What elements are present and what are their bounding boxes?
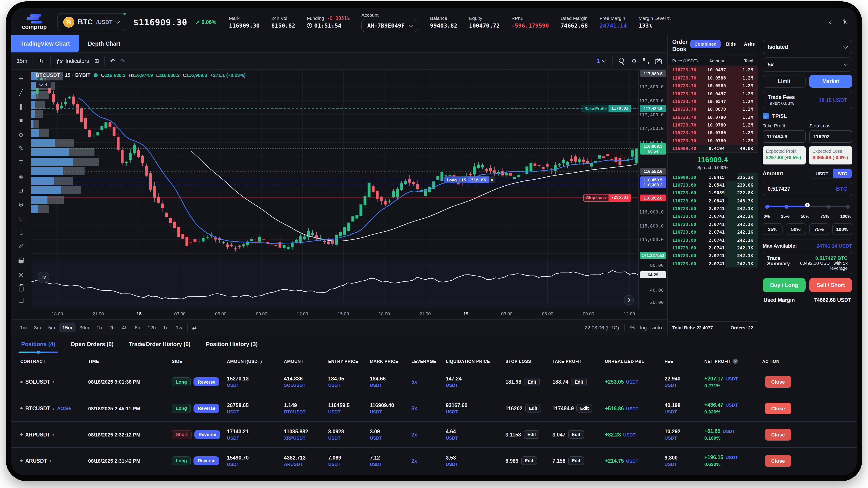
edit-stop-loss-button[interactable]: Edit xyxy=(524,430,539,439)
take-profit-input[interactable]: 117484.9 xyxy=(763,130,806,143)
timeframe-30m[interactable]: 30m xyxy=(76,323,92,332)
orderbook-ask-row[interactable]: 116723.7010.07801.2M xyxy=(668,129,758,137)
tab-positions[interactable]: Positions (4) xyxy=(21,335,55,353)
buy-long-button[interactable]: Buy / Long xyxy=(763,278,806,292)
legend-collapse-button[interactable]: 4 xyxy=(36,80,51,88)
percent-button-25%[interactable]: 25% xyxy=(763,223,783,235)
contract-cell[interactable]: BTCUSDT›Active xyxy=(20,405,88,411)
trash-icon[interactable] xyxy=(15,283,27,293)
goto-realtime-button[interactable] xyxy=(624,295,634,305)
camera-icon[interactable] xyxy=(655,59,662,64)
orderbook-bid-row[interactable]: 116723.602.0741242.1K xyxy=(668,205,758,213)
close-button[interactable]: Close xyxy=(765,376,791,388)
orderbook-ask-row[interactable]: 116723.7010.08701.2M xyxy=(668,105,758,113)
limit-button[interactable]: Limit xyxy=(763,75,806,88)
orderbook-bid-row[interactable]: 116723.602.0741242.1K xyxy=(668,236,758,244)
contract-cell[interactable]: XRPUSDT› xyxy=(20,432,88,437)
tab-trade/order[interactable]: Trade/Order History (6) xyxy=(129,335,190,353)
layout-select[interactable]: 1 xyxy=(597,58,606,64)
close-button[interactable]: Close xyxy=(765,455,791,466)
orderbook-ask-row[interactable]: 116723.7010.07801.2M xyxy=(668,113,758,121)
edit-take-profit-button[interactable]: Edit xyxy=(571,378,587,386)
timeframe-12h[interactable]: 12h xyxy=(145,323,159,332)
timeframe-1w[interactable]: 1w xyxy=(173,323,185,332)
text-icon[interactable]: T xyxy=(15,157,27,167)
timeframe-3m[interactable]: 3m xyxy=(31,323,44,332)
crosshair-icon[interactable]: ✛ xyxy=(15,73,27,83)
close-button[interactable]: Close xyxy=(765,429,791,440)
measure-icon[interactable]: ⊿ xyxy=(15,185,27,195)
edit-icon[interactable]: ✐ xyxy=(15,241,27,251)
amount-slider[interactable] xyxy=(765,203,849,209)
magnet-icon[interactable]: ∪ xyxy=(15,213,27,223)
order-book-tab-asks[interactable]: Asks xyxy=(741,40,757,48)
orderbook-bid-row[interactable]: 116723.602.0541239.8K xyxy=(668,181,758,189)
log-scale-button[interactable]: log xyxy=(640,325,647,330)
contract-cell[interactable]: ARUSDT› xyxy=(20,458,88,463)
tab-open[interactable]: Open Orders (0) xyxy=(70,335,114,353)
tab-position[interactable]: Position History (3) xyxy=(206,335,258,353)
timeframe-15m[interactable]: 15m xyxy=(59,323,75,332)
fullscreen-icon[interactable] xyxy=(643,58,649,64)
emoji-icon[interactable]: ☺ xyxy=(15,171,27,181)
checkbox-checked-icon[interactable] xyxy=(763,113,769,119)
zoom-in-icon[interactable]: ⊕ xyxy=(15,199,27,209)
orderbook-bid-row[interactable]: 116909.301.8415215.3K xyxy=(668,173,758,181)
tab-depth-chart[interactable]: Depth Chart xyxy=(79,35,129,53)
close-button[interactable]: Close xyxy=(765,402,791,414)
reverse-button[interactable]: Reverse xyxy=(194,456,219,465)
settings-gear-icon[interactable]: ⚙ xyxy=(631,58,637,64)
amount-input[interactable]: 0.517427 BTC xyxy=(763,182,852,196)
edit-stop-loss-button[interactable]: Edit xyxy=(524,378,540,386)
orderbook-bid-row[interactable]: 116723.602.0741242.1K xyxy=(668,252,758,260)
orderbook-ask-row[interactable]: 116723.7010.05851.2M xyxy=(668,82,758,90)
grid-layout-icon[interactable]: ⊞ xyxy=(94,58,99,64)
order-book-tab-combined[interactable]: Combined xyxy=(690,40,721,48)
reverse-button[interactable]: Reverse xyxy=(194,377,219,386)
percent-scale-button[interactable]: % xyxy=(630,325,635,330)
orderbook-bid-row[interactable]: 116723.602.0741242.1K xyxy=(668,244,758,252)
parallel-channel-icon[interactable]: ∥ xyxy=(15,101,27,111)
orderbook-bid-row[interactable]: 116723.602.0741242.1K xyxy=(668,260,758,267)
market-button[interactable]: Market xyxy=(809,75,852,88)
quick-search-icon[interactable] xyxy=(619,58,625,64)
coinprop-logo[interactable]: coinprop xyxy=(20,14,49,31)
orderbook-ask-row[interactable]: 116723.7010.05471.2M xyxy=(668,98,758,105)
pattern-icon[interactable]: ◇ xyxy=(15,129,27,139)
orderbook-bid-row[interactable]: 116723.602.0741242.1K xyxy=(668,213,758,221)
redo-icon[interactable]: ↷ xyxy=(120,58,125,64)
orderbook-bid-row[interactable]: 116723.602.0741242.1K xyxy=(668,228,758,236)
timeframe-1h[interactable]: 1h xyxy=(93,323,105,332)
home-icon[interactable]: ⌂ xyxy=(15,227,27,237)
edit-stop-loss-button[interactable]: Edit xyxy=(525,404,541,413)
percent-button-100%[interactable]: 100% xyxy=(832,223,852,235)
orderbook-bid-row[interactable]: 116723.602.0741242.1K xyxy=(668,220,758,228)
orderbook-bid-row[interactable]: 116723.602.0841243.3K xyxy=(668,197,758,205)
orderbook-ask-row[interactable]: 116723.7010.04571.2M xyxy=(668,90,758,98)
auto-scale-button[interactable]: auto xyxy=(652,325,662,330)
percent-button-50%[interactable]: 50% xyxy=(786,223,806,235)
timeframe-6h[interactable]: 6h xyxy=(131,323,144,332)
chevron-left-icon[interactable] xyxy=(829,20,833,24)
orderbook-best-ask-row[interactable]: 116909.400.419449.0K xyxy=(668,144,758,153)
timeframe-settings-icon[interactable]: ⇄ xyxy=(192,324,197,330)
orderbook-ask-row[interactable]: 116723.7010.05861.2M xyxy=(668,74,758,82)
percent-button-75%[interactable]: 75% xyxy=(809,223,829,235)
edit-take-profit-button[interactable]: Edit xyxy=(577,404,592,413)
usdt-unit-button[interactable]: USDT xyxy=(811,169,833,178)
contract-cell[interactable]: SOLUSDT› xyxy=(20,379,88,385)
orderbook-bid-row[interactable]: 116723.601.9089222.8K xyxy=(668,189,758,197)
sell-short-button[interactable]: Sell / Short xyxy=(809,278,852,292)
fib-retracement-icon[interactable]: ≡ xyxy=(15,115,27,125)
candle-style-icon[interactable] xyxy=(39,57,45,65)
stop-loss-input[interactable]: 116202 xyxy=(809,130,852,143)
theme-icon[interactable]: ☀ xyxy=(842,18,848,26)
edit-take-profit-button[interactable]: Edit xyxy=(568,456,584,465)
edit-take-profit-button[interactable]: Edit xyxy=(568,430,584,439)
lock-icon[interactable] xyxy=(15,255,27,265)
slider-knob[interactable] xyxy=(805,203,810,207)
orderbook-ask-row[interactable]: 116723.7010.04571.2M xyxy=(668,66,758,74)
brush-icon[interactable]: ✎ xyxy=(15,143,27,153)
price-axis[interactable]: 117,800.0117,600.0117,400.0117,200.0117,… xyxy=(638,70,667,308)
edit-stop-loss-button[interactable]: Edit xyxy=(521,456,537,465)
